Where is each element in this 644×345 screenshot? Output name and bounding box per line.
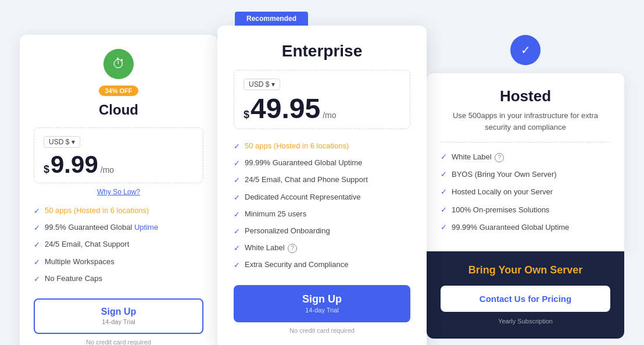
cloud-price-per: /mo [101, 165, 114, 175]
enterprise-trial-label: 14-day Trial [305, 307, 338, 314]
list-item: ✓ Extra Security and Compliance [234, 259, 410, 271]
pricing-container: ⏱ 34% OFF Cloud USD $ ▾ $ 9.99 /mo Why S… [6, 12, 638, 345]
list-item: ✓ Personalized Onboarding [234, 226, 410, 237]
hosted-check-icon: ✓ [510, 35, 541, 65]
hosted-divider [441, 142, 610, 143]
cloud-price-amount: $ 9.99 /mo [44, 152, 194, 177]
check-icon: ✓ [234, 243, 240, 254]
list-item: ✓ Dedicated Account Representative [234, 192, 410, 203]
list-item: ✓ 24/5 Email, Chat Support [34, 239, 203, 250]
cloud-trial-label: 14-day Trial [102, 318, 135, 325]
list-item: ✓ Hosted Locally on your Server [441, 187, 610, 197]
enterprise-card: Enterprise USD $ ▾ $ 49.95 /mo ✓ 50 apps… [217, 26, 427, 345]
cloud-dollar-sign: $ [44, 163, 49, 176]
list-item: ✓ 99.99% Guaranteed Global Uptime [441, 222, 610, 233]
check-icon: ✓ [441, 152, 447, 162]
check-icon: ✓ [234, 193, 240, 203]
enterprise-price-box: USD $ ▾ $ 49.95 /mo [234, 70, 410, 129]
check-icon: ✓ [441, 169, 447, 180]
cloud-title: Cloud [34, 102, 203, 118]
check-icon: ✓ [234, 158, 240, 169]
cloud-signup-button[interactable]: Sign Up 14-day Trial [34, 298, 203, 334]
enterprise-signup-button[interactable]: Sign Up 14-day Trial [234, 285, 410, 322]
list-item: ✓ 99.5% Guaranteed Global Uptime [34, 222, 203, 233]
hosted-card-top: Hosted Use 500apps in your infrastructur… [427, 73, 624, 251]
hosted-card-bottom: Bring Your Own Server Contact Us for Pri… [427, 251, 624, 339]
white-label-hosted-help-icon[interactable]: ? [495, 153, 504, 162]
list-item: ✓ 100% On-premises Solutions [441, 205, 610, 215]
enterprise-price-amount: $ 49.95 /mo [244, 95, 400, 123]
check-icon: ✓ [34, 274, 40, 284]
list-item: ✓ Multiple Workspaces [34, 257, 203, 268]
hosted-features-list: ✓ White Label ? ✓ BYOS (Bring Your Own S… [441, 152, 610, 233]
hosted-title: Hosted [441, 87, 610, 105]
enterprise-price-per: /mo [323, 111, 336, 120]
check-icon: ✓ [234, 226, 240, 237]
check-icon: ✓ [234, 141, 240, 152]
list-item: ✓ White Label ? [234, 243, 410, 254]
contact-pricing-label: Contact Us for Pricing [480, 294, 571, 304]
cloud-price-number: 9.99 [51, 152, 98, 177]
check-icon: ✓ [234, 209, 240, 220]
list-item: ✓ 50 apps (Hosted in 6 locations) [34, 205, 203, 216]
enterprise-title: Enterprise [234, 42, 410, 61]
byos-title: Bring Your Own Server [441, 264, 610, 276]
enterprise-signup-label: Sign Up [242, 293, 402, 305]
recommended-badge: Recommended [235, 12, 308, 26]
cloud-why-low[interactable]: Why So Low? [34, 188, 203, 196]
white-label-help-icon[interactable]: ? [288, 244, 297, 253]
enterprise-dollar-sign: $ [244, 109, 249, 121]
enterprise-card-wrapper: Recommended Enterprise USD $ ▾ $ 49.95 /… [217, 12, 427, 345]
cloud-price-box: USD $ ▾ $ 9.99 /mo [34, 127, 203, 183]
check-icon: ✓ [441, 205, 447, 215]
check-icon: ✓ [234, 260, 240, 271]
check-icon: ✓ [34, 240, 40, 250]
list-item: ✓ 99.99% Guaranteed Global Uptime [234, 158, 410, 169]
check-icon: ✓ [441, 222, 447, 233]
list-item: ✓ BYOS (Bring Your Own Server) [441, 169, 610, 180]
cloud-no-cc: No credit card required [34, 339, 203, 345]
list-item: ✓ White Label ? [441, 152, 610, 162]
check-icon: ✓ [34, 257, 40, 268]
cloud-currency-selector[interactable]: USD $ ▾ [44, 136, 80, 148]
list-item: ✓ Minimum 25 users [234, 209, 410, 220]
check-icon: ✓ [441, 187, 447, 197]
check-icon: ✓ [34, 206, 40, 216]
hosted-card-wrapper: ✓ Hosted Use 500apps in your infrastruct… [427, 35, 624, 339]
check-icon: ✓ [234, 175, 240, 186]
cloud-icon: ⏱ [103, 49, 134, 79]
check-icon: ✓ [34, 223, 40, 233]
hosted-subtitle: Use 500apps in your infrastructure for e… [441, 110, 610, 133]
enterprise-no-cc: No credit card required [234, 327, 410, 334]
list-item: ✓ 50 apps (Hosted in 6 locations) [234, 141, 410, 152]
yearly-subscription-label: Yearly Subscription [441, 318, 610, 325]
cloud-card: ⏱ 34% OFF Cloud USD $ ▾ $ 9.99 /mo Why S… [20, 35, 217, 345]
enterprise-currency-selector[interactable]: USD $ ▾ [244, 79, 280, 90]
contact-pricing-button[interactable]: Contact Us for Pricing [441, 286, 610, 312]
cloud-signup-label: Sign Up [42, 307, 195, 317]
list-item: ✓ 24/5 Email, Chat and Phone Support [234, 175, 410, 186]
list-item: ✓ No Feature Caps [34, 273, 203, 284]
enterprise-price-number: 49.95 [251, 95, 320, 123]
cloud-features-list: ✓ 50 apps (Hosted in 6 locations) ✓ 99.5… [34, 205, 203, 284]
enterprise-features-list: ✓ 50 apps (Hosted in 6 locations) ✓ 99.9… [234, 141, 410, 271]
discount-badge: 34% OFF [99, 86, 138, 96]
